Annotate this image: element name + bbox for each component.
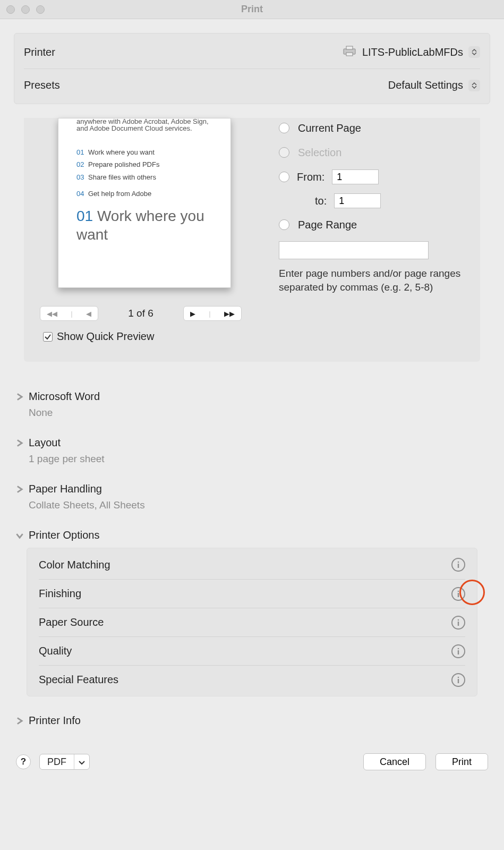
chevron-updown-icon bbox=[468, 80, 480, 91]
po-item-label: Finishing bbox=[39, 588, 81, 600]
to-label: to: bbox=[315, 195, 327, 207]
preview-and-range-panel: anywhere with Adobe Acrobat, Adobe Sign,… bbox=[24, 118, 480, 362]
toc-text: Get help from Adobe bbox=[88, 190, 151, 198]
svg-rect-4 bbox=[458, 564, 459, 568]
svg-point-5 bbox=[458, 590, 459, 592]
show-quick-preview-checkbox[interactable] bbox=[43, 332, 53, 342]
section-subtitle: None bbox=[29, 407, 488, 419]
section-title: Printer Options bbox=[29, 529, 99, 541]
cancel-button[interactable]: Cancel bbox=[363, 753, 426, 770]
page-preview: anywhere with Adobe Acrobat, Adobe Sign,… bbox=[58, 118, 231, 288]
heading-text: Work where you want bbox=[76, 208, 204, 243]
po-item-quality[interactable]: Quality bbox=[39, 636, 465, 665]
section-layout[interactable]: Layout 1 page per sheet bbox=[16, 437, 488, 465]
presets-label: Presets bbox=[24, 79, 60, 91]
titlebar: Print bbox=[0, 0, 504, 19]
toc-num: 04 bbox=[76, 188, 88, 200]
section-printer-info[interactable]: Printer Info bbox=[16, 715, 488, 727]
prev-page-icon: ◀ bbox=[86, 310, 91, 318]
page-indicator: 1 of 6 bbox=[128, 308, 153, 319]
info-icon[interactable] bbox=[451, 673, 465, 687]
chevron-down-icon bbox=[16, 532, 23, 539]
current-page-label: Current Page bbox=[298, 122, 361, 134]
page-range-hint: Enter page numbers and/or page ranges se… bbox=[279, 267, 464, 294]
presets-select[interactable]: Default Settings bbox=[388, 79, 480, 91]
section-printer-options[interactable]: Printer Options Color Matching Finishing bbox=[16, 529, 488, 696]
preview-prev-buttons[interactable]: ◀◀ | ◀ bbox=[40, 306, 98, 321]
toc-num: 01 bbox=[76, 146, 88, 158]
chevron-down-icon bbox=[74, 756, 89, 768]
section-subtitle: Collate Sheets, All Sheets bbox=[29, 499, 488, 511]
to-input[interactable] bbox=[334, 193, 381, 208]
po-item-color-matching[interactable]: Color Matching bbox=[39, 550, 465, 579]
info-icon[interactable] bbox=[451, 558, 465, 572]
svg-point-11 bbox=[458, 676, 459, 678]
toc-num: 02 bbox=[76, 158, 88, 171]
info-icon[interactable] bbox=[451, 616, 465, 630]
chevron-right-icon bbox=[16, 393, 23, 401]
last-page-icon: ▶▶ bbox=[224, 310, 235, 318]
toc-text: Share files with others bbox=[88, 173, 156, 181]
section-subtitle: 1 page per sheet bbox=[29, 453, 488, 465]
pdf-label: PDF bbox=[40, 754, 74, 769]
po-item-label: Paper Source bbox=[39, 616, 104, 628]
print-button[interactable]: Print bbox=[435, 753, 488, 770]
svg-rect-10 bbox=[458, 650, 459, 654]
first-page-icon: ◀◀ bbox=[47, 310, 57, 318]
radio-selection bbox=[279, 147, 289, 158]
preview-next-buttons[interactable]: ▶ | ▶▶ bbox=[183, 306, 242, 321]
toc-text: Work where you want bbox=[88, 148, 155, 156]
toc-text: Prepare polished PDFs bbox=[88, 160, 159, 168]
info-icon[interactable] bbox=[451, 644, 465, 658]
po-item-special-features[interactable]: Special Features bbox=[39, 665, 465, 694]
printer-value: LITS-PublicLabMFDs bbox=[362, 46, 463, 58]
section-paper-handling[interactable]: Paper Handling Collate Sheets, All Sheet… bbox=[16, 483, 488, 511]
radio-from[interactable] bbox=[279, 172, 289, 182]
from-input[interactable] bbox=[332, 169, 379, 184]
chevron-right-icon bbox=[16, 486, 23, 493]
svg-point-3 bbox=[458, 562, 459, 563]
toc-num: 03 bbox=[76, 171, 88, 183]
svg-point-9 bbox=[458, 648, 459, 649]
section-title: Layout bbox=[29, 437, 61, 449]
radio-current-page[interactable] bbox=[279, 123, 289, 133]
svg-rect-1 bbox=[346, 46, 353, 49]
printer-select[interactable]: LITS-PublicLabMFDs bbox=[342, 45, 480, 60]
section-microsoft-word[interactable]: Microsoft Word None bbox=[16, 390, 488, 419]
po-item-label: Color Matching bbox=[39, 559, 110, 571]
chevron-right-icon bbox=[16, 717, 23, 725]
po-item-label: Quality bbox=[39, 645, 72, 657]
help-button[interactable]: ? bbox=[16, 754, 31, 769]
section-title: Paper Handling bbox=[29, 483, 102, 495]
printer-presets-panel: Printer LITS-PublicLabMFDs Presets Defau… bbox=[14, 33, 490, 104]
from-label: From: bbox=[297, 171, 324, 183]
show-quick-preview-label: Show Quick Preview bbox=[57, 330, 154, 343]
po-item-finishing[interactable]: Finishing bbox=[39, 579, 465, 608]
printer-label: Printer bbox=[24, 46, 55, 58]
presets-value: Default Settings bbox=[388, 79, 463, 91]
svg-rect-2 bbox=[346, 53, 353, 56]
radio-page-range[interactable] bbox=[279, 219, 289, 230]
svg-rect-8 bbox=[458, 622, 459, 626]
page-range-input[interactable] bbox=[279, 241, 429, 259]
next-page-icon: ▶ bbox=[190, 310, 195, 318]
svg-point-7 bbox=[458, 619, 459, 620]
printer-icon bbox=[342, 45, 357, 60]
chevron-right-icon bbox=[16, 439, 23, 447]
preview-text: and Adobe Document Cloud services. bbox=[76, 124, 192, 132]
section-title: Printer Info bbox=[29, 715, 81, 727]
po-item-paper-source[interactable]: Paper Source bbox=[39, 608, 465, 636]
svg-rect-6 bbox=[458, 593, 459, 597]
chevron-updown-icon bbox=[468, 46, 480, 58]
pdf-dropdown[interactable]: PDF bbox=[39, 754, 90, 770]
po-item-label: Special Features bbox=[39, 674, 118, 686]
selection-label: Selection bbox=[298, 147, 341, 159]
section-title: Microsoft Word bbox=[29, 390, 100, 403]
info-icon[interactable] bbox=[451, 587, 465, 601]
page-range-label: Page Range bbox=[298, 219, 357, 231]
svg-rect-12 bbox=[458, 679, 459, 683]
heading-num: 01 bbox=[76, 208, 93, 224]
printer-options-list: Color Matching Finishing Paper Source bbox=[27, 548, 477, 696]
window-title: Print bbox=[0, 4, 504, 15]
